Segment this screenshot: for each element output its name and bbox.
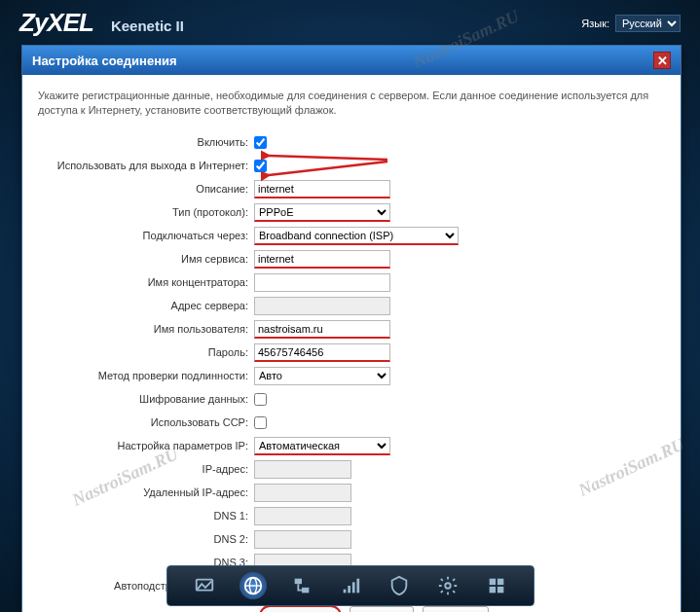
svg-rect-8 [343, 590, 346, 594]
bottom-navbar [166, 565, 534, 606]
svg-rect-9 [348, 586, 350, 593]
protocol-select[interactable]: PPPoE [254, 203, 390, 222]
ip-address-label: IP-адрес: [38, 463, 254, 475]
svg-rect-10 [351, 582, 354, 593]
encryption-label: Шифрование данных: [38, 393, 254, 405]
username-input[interactable] [254, 320, 390, 339]
ccp-label: Использовать CCP: [38, 416, 254, 428]
brand-logo: ZyXEL [19, 8, 93, 38]
connect-via-select[interactable]: Broadband connection (ISP) [254, 227, 459, 245]
ccp-checkbox[interactable] [254, 416, 267, 429]
internet-checkbox[interactable] [254, 160, 267, 172]
concentrator-input[interactable] [254, 273, 390, 292]
server-address-label: Адрес сервера: [38, 300, 254, 311]
intro-text: Укажите регистрационные данные, необходи… [38, 89, 665, 119]
model-name: Keenetic II [111, 18, 184, 34]
encryption-checkbox[interactable] [254, 393, 267, 406]
language-selector: Язык: Русский [581, 15, 681, 32]
svg-rect-16 [497, 587, 502, 593]
auth-method-select[interactable]: Авто [254, 367, 390, 385]
dialog-title-text: Настройка соединения [32, 54, 177, 68]
dns1-label: DNS 1: [38, 510, 254, 522]
network-icon[interactable] [288, 572, 315, 599]
cancel-button[interactable]: Отмена [350, 606, 413, 612]
username-label: Имя пользователя: [38, 323, 254, 335]
close-icon[interactable]: ✕ [653, 52, 671, 69]
language-select[interactable]: Русский [615, 15, 681, 32]
apply-button[interactable]: Применить [260, 606, 341, 612]
remote-ip-label: Удаленный IP-адрес: [38, 486, 254, 498]
shield-icon[interactable] [386, 572, 413, 599]
svg-rect-14 [497, 579, 502, 585]
concentrator-label: Имя концентратора: [38, 276, 254, 288]
dns2-label: DNS 2: [38, 533, 254, 545]
description-input[interactable] [254, 180, 390, 198]
service-label: Имя сервиса: [38, 253, 254, 265]
service-input[interactable] [254, 250, 390, 269]
server-address-input [254, 297, 390, 315]
password-label: Пароль: [38, 346, 254, 358]
svg-rect-13 [489, 579, 495, 585]
password-input[interactable] [254, 343, 390, 362]
svg-rect-15 [489, 587, 495, 593]
dns1-input [254, 507, 351, 525]
svg-rect-7 [302, 588, 309, 594]
protocol-label: Тип (протокол): [38, 206, 254, 218]
internet-label: Использовать для выхода в Интернет: [38, 160, 254, 171]
apps-icon[interactable] [483, 572, 510, 599]
enable-checkbox[interactable] [254, 136, 267, 149]
ip-config-label: Настройка параметров IP: [38, 440, 254, 451]
auth-method-label: Метод проверки подлинности: [38, 370, 254, 381]
ip-config-select[interactable]: Автоматическая [254, 437, 390, 455]
description-label: Описание: [38, 183, 254, 195]
remote-ip-input [254, 484, 351, 502]
ip-address-input [254, 460, 351, 479]
gear-icon[interactable] [434, 572, 461, 599]
language-label: Язык: [581, 18, 609, 29]
top-bar: ZyXEL Keenetic II Язык: Русский [0, 0, 700, 42]
delete-button[interactable]: Удалить [423, 606, 489, 612]
svg-rect-6 [294, 579, 301, 585]
wifi-icon[interactable] [337, 572, 364, 599]
settings-dialog: Настройка соединения ✕ Укажите регистрац… [21, 45, 682, 612]
connect-via-label: Подключаться через: [38, 230, 254, 241]
dialog-titlebar: Настройка соединения ✕ [22, 46, 681, 75]
svg-point-12 [445, 583, 451, 589]
monitor-icon[interactable] [191, 572, 218, 599]
dns2-input [254, 530, 351, 549]
globe-icon[interactable] [239, 572, 267, 599]
enable-label: Включить: [38, 136, 254, 148]
svg-rect-11 [356, 579, 359, 594]
